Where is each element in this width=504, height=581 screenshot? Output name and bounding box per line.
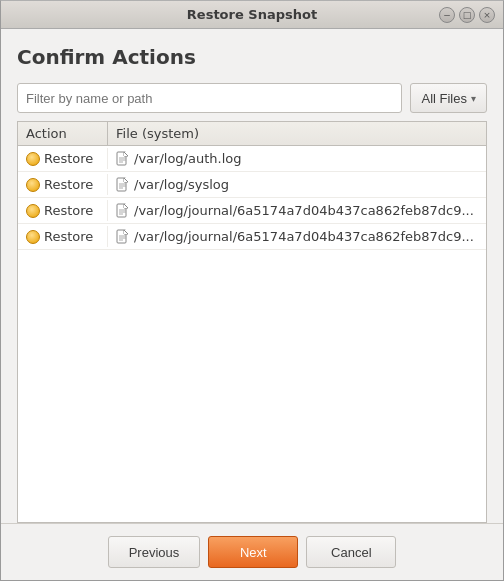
table-header: Action File (system): [18, 122, 486, 146]
file-path: /var/log/syslog: [134, 177, 229, 192]
table-row[interactable]: Restore: [18, 146, 486, 172]
maximize-button[interactable]: □: [459, 7, 475, 23]
all-files-button[interactable]: All Files ▾: [410, 83, 487, 113]
action-cell: Restore: [18, 226, 108, 247]
action-cell: Restore: [18, 200, 108, 221]
file-path: /var/log/journal/6a5174a7d04b437ca862feb…: [134, 229, 474, 244]
table-row[interactable]: Restore: [18, 224, 486, 250]
footer: Previous Next Cancel: [1, 523, 503, 580]
action-label: Restore: [44, 151, 93, 166]
filter-input[interactable]: [17, 83, 402, 113]
header-action: Action: [18, 122, 108, 145]
window: Restore Snapshot − □ × Confirm Actions A…: [0, 0, 504, 581]
file-path: /var/log/auth.log: [134, 151, 241, 166]
header-file: File (system): [108, 122, 486, 145]
titlebar: Restore Snapshot − □ ×: [1, 1, 503, 29]
file-path: /var/log/journal/6a5174a7d04b437ca862feb…: [134, 203, 474, 218]
table-row[interactable]: Restore: [18, 198, 486, 224]
all-files-label: All Files: [421, 91, 467, 106]
table-body: Restore: [18, 146, 486, 522]
table-row[interactable]: Restore: [18, 172, 486, 198]
file-cell: /var/log/journal/6a5174a7d04b437ca862feb…: [108, 226, 486, 248]
titlebar-buttons: − □ ×: [439, 7, 495, 23]
file-cell: /var/log/auth.log: [108, 148, 486, 170]
close-button[interactable]: ×: [479, 7, 495, 23]
action-cell: Restore: [18, 174, 108, 195]
restore-icon: [26, 178, 40, 192]
restore-icon: [26, 230, 40, 244]
cancel-button[interactable]: Cancel: [306, 536, 396, 568]
dropdown-arrow-icon: ▾: [471, 93, 476, 104]
file-icon: [116, 151, 130, 167]
next-button[interactable]: Next: [208, 536, 298, 568]
file-icon: [116, 177, 130, 193]
file-cell: /var/log/syslog: [108, 174, 486, 196]
previous-button[interactable]: Previous: [108, 536, 201, 568]
file-icon: [116, 203, 130, 219]
restore-icon: [26, 204, 40, 218]
action-label: Restore: [44, 177, 93, 192]
toolbar: All Files ▾: [17, 83, 487, 113]
page-title: Confirm Actions: [17, 45, 487, 69]
file-icon: [116, 229, 130, 245]
action-label: Restore: [44, 229, 93, 244]
file-cell: /var/log/journal/6a5174a7d04b437ca862feb…: [108, 200, 486, 222]
action-cell: Restore: [18, 148, 108, 169]
window-title: Restore Snapshot: [187, 7, 317, 22]
file-table: Action File (system) Restore: [17, 121, 487, 523]
restore-icon: [26, 152, 40, 166]
content: Confirm Actions All Files ▾ Action File …: [1, 29, 503, 523]
minimize-button[interactable]: −: [439, 7, 455, 23]
action-label: Restore: [44, 203, 93, 218]
